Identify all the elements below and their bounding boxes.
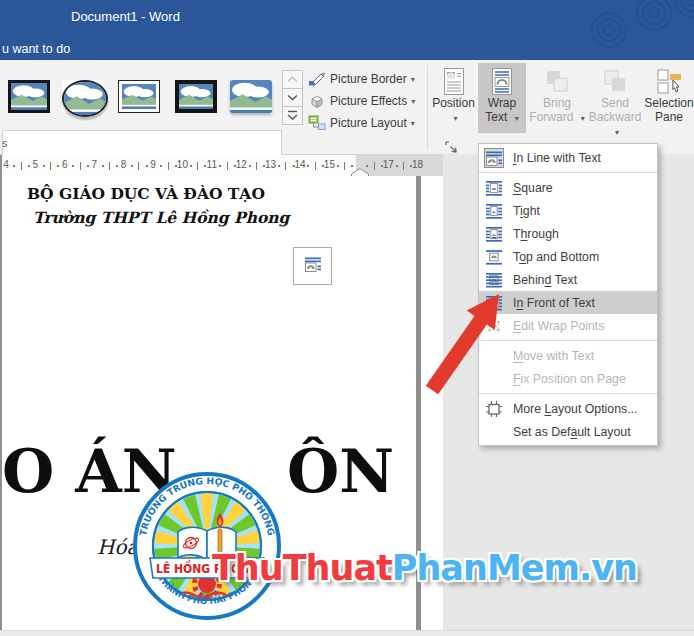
menu-item-behind-text[interactable]: Behind Text (479, 268, 657, 291)
gallery-scroll-up-button[interactable] (282, 70, 303, 89)
position-icon (442, 68, 466, 96)
titlebar-decoration-circles (554, 0, 694, 55)
menu-item-more-layout-options[interactable]: More Layout Options... (479, 397, 657, 420)
status-bar-edge (0, 630, 694, 636)
window-left-edge (0, 155, 2, 630)
ribbon-group-separator (427, 65, 428, 149)
title-bar: Document1 - Word u want to do (0, 0, 694, 60)
menu-item-in-front-of-text[interactable]: In Front of Text (479, 291, 657, 314)
wrap-text-button[interactable]: WrapText ▾ (478, 63, 526, 133)
ruler-tick (146, 165, 148, 167)
watermark: ThuThuatPhanMem.vn (212, 548, 637, 588)
menu-item-edit-wrap-points: Edit Wrap Points (479, 314, 657, 337)
ruler-tick (109, 162, 110, 170)
ruler-tick (403, 162, 404, 170)
menu-separator (479, 393, 657, 394)
ruler-tick (293, 165, 295, 167)
menu-separator (479, 340, 657, 341)
selection-pane-icon (656, 68, 682, 96)
menu-item-label: Square (513, 181, 553, 195)
menu-item-label: More Layout Options... (513, 402, 637, 416)
ruler-tick (263, 165, 265, 167)
ruler-tick (102, 165, 104, 167)
ruler-tick (28, 165, 30, 167)
picture-style-soft-edge-rectangle[interactable] (230, 80, 272, 113)
ruler-tick (219, 165, 221, 167)
ruler-tick (285, 162, 286, 170)
position-button[interactable]: Position▾ (430, 63, 477, 133)
ruler-number: 6 (62, 159, 68, 170)
ruler-tick (204, 165, 206, 167)
picture-style-beveled-oval-black[interactable] (62, 80, 104, 113)
watermark-part2: PhanMem (392, 548, 579, 588)
ruler-tick (307, 165, 309, 167)
ruler-tick (168, 162, 169, 170)
wrap-in-line-icon (484, 148, 504, 168)
ruler-tick (256, 162, 257, 170)
selection-pane-button[interactable]: SelectionPane (644, 63, 694, 133)
send-backward-button: SendBackward ▾ (588, 63, 642, 133)
gallery-more-button[interactable] (282, 106, 303, 125)
ruler-tick (315, 162, 316, 170)
picture-layout-button[interactable]: Picture Layout▾ (308, 112, 415, 134)
wrap-tight-icon (484, 201, 504, 221)
wrap-behind-icon (484, 270, 504, 290)
menu-item-through[interactable]: Through (479, 222, 657, 245)
menu-item-fix-position-on-page: Fix Position on Page (479, 367, 657, 390)
ruler-tick (190, 165, 192, 167)
group-label-fragment: s (2, 137, 8, 149)
ruler-number: 11 (207, 159, 217, 170)
menu-item-in-line-with-text[interactable]: In Line with Text (479, 146, 657, 169)
menu-item-label: Behind Text (513, 273, 577, 287)
menu-icon-spacer (484, 422, 504, 442)
wrap-square-icon (484, 178, 504, 198)
ruler-number: 18 (412, 159, 423, 170)
doc-big-text-right: ÔN (287, 436, 394, 506)
picture-button-label: Picture Effects (330, 94, 407, 108)
ruler-tick (116, 165, 118, 167)
ruler-tick (160, 165, 162, 167)
layout-options-icon (305, 256, 321, 276)
window-title: Document1 - Word (71, 9, 180, 24)
layout-options-button[interactable] (293, 247, 332, 285)
gallery-scroll-down-button[interactable] (282, 88, 303, 107)
arrange-button-label: SelectionPane (644, 96, 693, 124)
ruler-number: 10 (177, 159, 188, 170)
arrange-button-label: Position▾ (432, 96, 475, 126)
picture-style-simple-frame-black[interactable] (8, 80, 50, 113)
picture-button-label: Picture Border (330, 72, 407, 86)
picture-style-moderate-frame-black[interactable] (175, 80, 217, 113)
menu-icon-spacer (484, 346, 504, 366)
menu-item-top-and-bottom[interactable]: Top and Bottom (479, 245, 657, 268)
picture-style-double-frame-black[interactable] (118, 80, 160, 113)
ruler-tick (227, 162, 228, 170)
picture-border-button[interactable]: Picture Border▾ (308, 68, 415, 90)
send-backward-icon (602, 68, 628, 96)
ruler-tick (13, 165, 15, 167)
ruler-tick (322, 165, 324, 167)
menu-item-square[interactable]: Square (479, 176, 657, 199)
menu-item-label: Set as Default Layout (513, 425, 631, 439)
ruler-tick (234, 165, 236, 167)
tell-me-box-text[interactable]: u want to do (2, 42, 70, 56)
ruler-tick (175, 165, 177, 167)
ruler-tick (278, 165, 280, 167)
school-logo: TRƯỜNG TRUNG HỌC PHỔ THÔNG THÀNH PHỐ HẢI… (132, 471, 282, 621)
watermark-part3: .vn (579, 548, 637, 588)
menu-item-move-with-text: Move with Text (479, 344, 657, 367)
ruler-tick (43, 165, 45, 167)
menu-item-label: Edit Wrap Points (513, 319, 604, 333)
wrap-text-menu: In Line with TextSquareTightThroughTop a… (478, 143, 658, 446)
menu-item-label: In Front of Text (513, 296, 595, 310)
ruler-tick (381, 165, 383, 167)
menu-item-tight[interactable]: Tight (479, 199, 657, 222)
ruler-tick (138, 162, 139, 170)
picture-layout-icon (308, 115, 326, 131)
menu-item-set-as-default-layout[interactable]: Set as Default Layout (479, 420, 657, 443)
wrap-more-layout-icon (484, 399, 504, 419)
ruler-tick (21, 162, 22, 170)
picture-effects-button[interactable]: Picture Effects▾ (308, 90, 415, 112)
wrap-text-icon (490, 68, 514, 96)
watermark-part1: ThuThuat (212, 548, 392, 588)
ruler-number: 17 (383, 159, 394, 170)
